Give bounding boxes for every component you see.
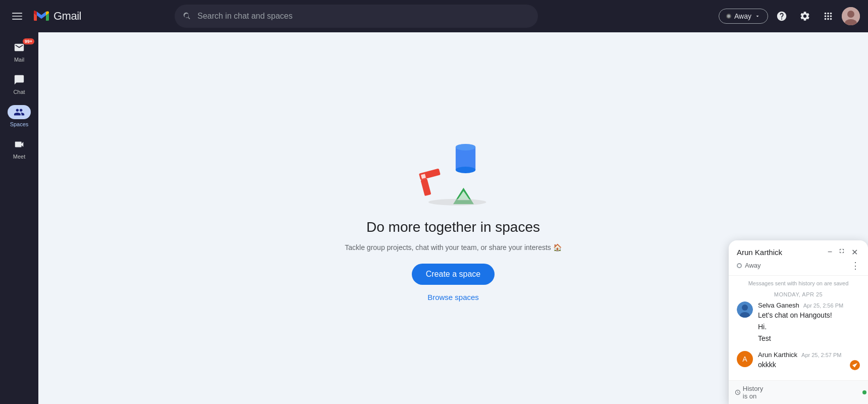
meet-icon bbox=[8, 137, 31, 152]
content-area: Do more together in spaces Tackle group … bbox=[38, 32, 868, 404]
sidebar-item-chat[interactable]: Chat bbox=[1, 69, 37, 99]
status-dot bbox=[737, 263, 742, 268]
status-label: Away bbox=[745, 262, 761, 269]
mail-badge: 99+ bbox=[23, 38, 34, 44]
sidebar-item-meet[interactable]: Meet bbox=[1, 133, 37, 164]
chat-icon bbox=[8, 73, 31, 87]
menu-button[interactable] bbox=[8, 7, 26, 25]
svg-rect-1 bbox=[12, 16, 22, 17]
spaces-icon bbox=[8, 105, 31, 119]
history-notice: Messages sent with history on are saved bbox=[737, 280, 860, 287]
svg-point-13 bbox=[456, 166, 475, 173]
chat-popup-controls: − ✕ bbox=[826, 246, 860, 258]
gmail-logo: Gmail bbox=[32, 7, 81, 25]
search-icon bbox=[183, 12, 191, 21]
svg-point-4 bbox=[847, 11, 854, 18]
svg-point-15 bbox=[428, 198, 486, 205]
arun-message-content: Arun Karthick Apr 25, 2:57 PM okkkk bbox=[758, 351, 860, 370]
history-text: History is on bbox=[743, 385, 767, 400]
svg-rect-12 bbox=[456, 147, 475, 170]
away-button[interactable]: Away bbox=[719, 9, 768, 24]
search-bar bbox=[175, 5, 538, 28]
chat-popup-status: Away bbox=[737, 262, 761, 269]
selva-line-3: Test bbox=[758, 333, 860, 344]
spaces-label: Spaces bbox=[10, 121, 29, 127]
more-options-button[interactable]: ⋮ bbox=[851, 260, 860, 271]
chat-popup-title-row: Arun Karthick − ✕ bbox=[737, 246, 860, 258]
online-dot bbox=[862, 390, 866, 394]
spaces-main-content: Do more together in spaces Tackle group … bbox=[345, 135, 561, 301]
chat-popup-status-row: Away ⋮ bbox=[737, 260, 860, 271]
browse-spaces-link[interactable]: Browse spaces bbox=[427, 293, 479, 301]
chat-messages: Messages sent with history on are saved … bbox=[729, 276, 868, 380]
away-status-dot bbox=[726, 14, 731, 19]
settings-button[interactable] bbox=[795, 7, 815, 26]
brand-label: Gmail bbox=[53, 10, 81, 23]
minimize-button[interactable]: − bbox=[826, 246, 834, 258]
search-input[interactable] bbox=[197, 12, 530, 21]
chat-popup: Arun Karthick − ✕ Away ⋮ bbox=[729, 240, 868, 404]
selva-message-bubble: Let's chat on Hangouts! Hi. Test bbox=[758, 310, 860, 344]
arun-avatar: A bbox=[737, 351, 753, 367]
chevron-down-icon bbox=[754, 13, 761, 19]
chat-label: Chat bbox=[13, 89, 25, 95]
svg-point-17 bbox=[742, 305, 748, 311]
spaces-title: Do more together in spaces bbox=[366, 219, 540, 235]
user-avatar[interactable] bbox=[842, 7, 860, 25]
svg-point-14 bbox=[456, 143, 475, 150]
selva-line-2: Hi. bbox=[758, 322, 860, 332]
help-button[interactable] bbox=[772, 7, 791, 26]
svg-rect-2 bbox=[12, 19, 22, 20]
svg-rect-0 bbox=[12, 13, 22, 14]
selva-line-1: Let's chat on Hangouts! bbox=[758, 310, 860, 321]
topbar-actions: Away bbox=[719, 7, 860, 26]
arun-sender-row: Arun Karthick Apr 25, 2:57 PM bbox=[758, 351, 860, 359]
arun-message-bubble: okkkk bbox=[758, 360, 860, 370]
meet-label: Meet bbox=[13, 154, 25, 160]
history-toggle[interactable]: History is on bbox=[735, 385, 766, 400]
spaces-illustration bbox=[408, 135, 499, 211]
selva-sender: Selva Ganesh bbox=[758, 301, 799, 309]
date-divider: MONDAY, APR 25 bbox=[737, 291, 860, 297]
arun-line-1: okkkk bbox=[758, 360, 776, 370]
svg-rect-7 bbox=[420, 178, 431, 196]
away-label: Away bbox=[734, 12, 751, 20]
message-group-arun: A Arun Karthick Apr 25, 2:57 PM okkkk bbox=[737, 351, 860, 370]
selva-message-content: Selva Ganesh Apr 25, 2:56 PM Let's chat … bbox=[758, 301, 860, 345]
spaces-subtitle: Tackle group projects, chat with your te… bbox=[345, 243, 561, 251]
selva-sender-row: Selva Ganesh Apr 25, 2:56 PM bbox=[758, 301, 860, 309]
main-layout: 99+ Mail Chat Spaces Meet bbox=[0, 32, 868, 404]
chat-popup-name: Arun Karthick bbox=[737, 248, 782, 257]
create-space-button[interactable]: Create a space bbox=[412, 264, 495, 285]
apps-button[interactable] bbox=[819, 7, 838, 26]
chat-popup-header: Arun Karthick − ✕ Away ⋮ bbox=[729, 240, 868, 276]
arun-sender: Arun Karthick bbox=[758, 351, 797, 359]
chat-input-area: History is on bbox=[729, 380, 868, 404]
arun-time: Apr 25, 2:57 PM bbox=[801, 352, 842, 358]
selva-avatar bbox=[737, 301, 753, 318]
search-container bbox=[175, 5, 538, 28]
selva-time: Apr 25, 2:56 PM bbox=[803, 302, 844, 309]
history-toggle-icon bbox=[735, 388, 741, 397]
topbar: Gmail Away bbox=[0, 0, 868, 32]
sidebar-item-mail[interactable]: 99+ Mail bbox=[1, 36, 37, 67]
mail-label: Mail bbox=[14, 57, 24, 63]
sidebar-item-spaces[interactable]: Spaces bbox=[1, 101, 37, 131]
sent-indicator bbox=[850, 360, 860, 370]
expand-button[interactable] bbox=[836, 246, 847, 258]
message-group-selva: Selva Ganesh Apr 25, 2:56 PM Let's chat … bbox=[737, 301, 860, 345]
close-button[interactable]: ✕ bbox=[849, 246, 860, 258]
sidebar: 99+ Mail Chat Spaces Meet bbox=[0, 32, 38, 404]
chat-input[interactable] bbox=[770, 388, 858, 396]
